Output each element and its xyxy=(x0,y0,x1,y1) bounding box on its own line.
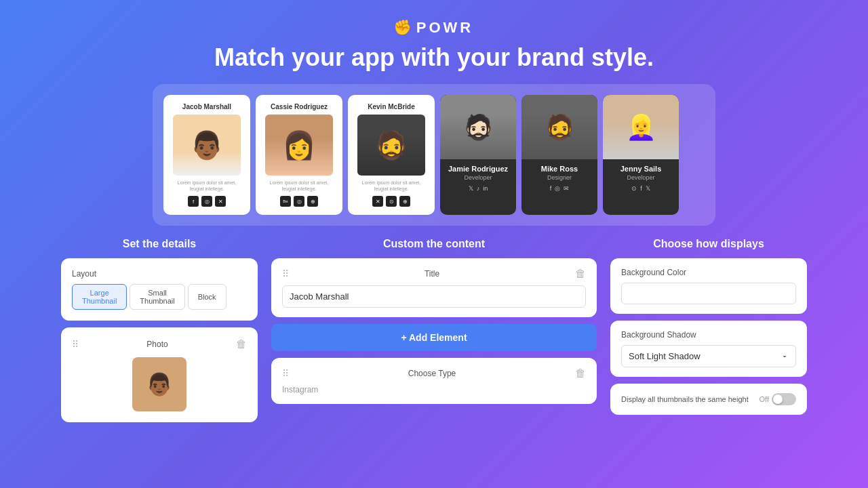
block-btn[interactable]: Block xyxy=(188,284,226,310)
tw-icon: 𝕏 xyxy=(469,185,473,192)
layout-box: Layout LargeThumbnail SmallThumbnail Blo… xyxy=(61,258,258,321)
fb-icon: f xyxy=(188,196,199,207)
card-desc: Lorem ipsum dolor sit amet,feugiat intel… xyxy=(362,180,420,192)
photo-box: ⠿ Photo 🗑 👨🏾 xyxy=(61,327,258,422)
mid-panel: Custom the content ⠿ Title 🗑 + Add Eleme… xyxy=(271,238,597,429)
card-photo: 👩 xyxy=(265,115,333,176)
card-photo: 🧔🏻 xyxy=(440,95,516,159)
left-panel-title: Set the details xyxy=(61,238,258,250)
card-mike: 🧔 Mike Ross Designer f ◎ ✉ xyxy=(521,95,597,215)
tiktok-icon: ♪ xyxy=(477,185,480,192)
card-name: Mike Ross xyxy=(527,165,592,173)
card-info: Mike Ross Designer f ◎ ✉ xyxy=(521,159,597,197)
tw-icon: 𝕏 xyxy=(646,185,650,192)
card-name: Jamie Rodriguez xyxy=(446,165,511,173)
card-icons: Be ◎ ⊕ xyxy=(280,196,318,207)
photo-label: Photo xyxy=(146,340,167,349)
mid-panel-title: Custom the content xyxy=(271,238,597,250)
toggle-track[interactable] xyxy=(772,393,796,405)
choose-type-value: Instagram xyxy=(282,385,586,394)
mail-icon: ✉ xyxy=(564,185,569,192)
bg-shadow-select[interactable]: None Soft Light Shadow Hard Shadow Deep … xyxy=(621,345,796,367)
ig-icon: ◎ xyxy=(555,185,560,192)
rd-icon: ⊕ xyxy=(307,196,318,207)
toggle-switch: Off xyxy=(760,393,796,405)
logo-text: POWR xyxy=(416,19,473,37)
card-photo: 🧔 xyxy=(357,115,425,176)
person-avatar: 👨🏾 xyxy=(173,115,241,176)
card-role: Developer xyxy=(608,174,673,181)
preview-area: Jacob Marshall 👨🏾 Lorem ipsum dolor sit … xyxy=(153,84,715,226)
choose-type-box: ⠿ Choose Type 🗑 Instagram xyxy=(271,358,597,404)
gh-icon: ⊙ xyxy=(631,185,637,192)
drag-handle[interactable]: ⠿ xyxy=(282,368,289,379)
title-box-header: ⠿ Title 🗑 xyxy=(282,268,586,280)
person-avatar: 👩 xyxy=(265,115,333,176)
title-box: ⠿ Title 🗑 xyxy=(271,258,597,317)
card-icons: f ◎ ✕ xyxy=(188,196,226,207)
title-input[interactable] xyxy=(282,285,586,308)
large-thumbnail-btn[interactable]: LargeThumbnail xyxy=(72,284,127,310)
drag-handle[interactable]: ⠿ xyxy=(72,339,79,350)
card-icons: ✕ ⊙ ⊕ xyxy=(372,196,410,207)
tw-icon: ✕ xyxy=(215,196,226,207)
be-icon: Be xyxy=(280,196,291,207)
card-name: Kevin McBride xyxy=(368,103,414,110)
display-height-box: Display all thumbnails the same height O… xyxy=(610,384,807,415)
card-cassie: Cassie Rodriguez 👩 Lorem ipsum dolor sit… xyxy=(256,95,342,215)
delete-icon[interactable]: 🗑 xyxy=(236,338,247,350)
layout-buttons: LargeThumbnail SmallThumbnail Block xyxy=(72,284,247,310)
ig-icon: ◎ xyxy=(294,196,304,207)
logo: ✊ POWR xyxy=(0,19,868,37)
person-avatar: 🧔🏻 xyxy=(440,95,516,159)
small-thumbnail-btn[interactable]: SmallThumbnail xyxy=(130,284,184,310)
card-icons: ⊙ f 𝕏 xyxy=(608,185,673,192)
bottom-sections: Set the details Layout LargeThumbnail Sm… xyxy=(61,238,807,429)
card-photo: 👨🏾 xyxy=(173,115,241,176)
person-avatar: 🧔 xyxy=(521,95,597,159)
tagline: Match your app with your brand style. xyxy=(0,43,868,72)
powr-icon: ✊ xyxy=(395,20,411,36)
rd-icon: ⊕ xyxy=(399,196,410,207)
toggle-row: Display all thumbnails the same height O… xyxy=(621,393,796,405)
photo-preview: 👨🏾 xyxy=(132,357,186,411)
card-jenny: 👱‍♀️ Jenny Sails Developer ⊙ f 𝕏 xyxy=(603,95,679,215)
fb-icon: f xyxy=(640,185,642,192)
card-jacob: Jacob Marshall 👨🏾 Lorem ipsum dolor sit … xyxy=(163,95,250,215)
delete-icon[interactable]: 🗑 xyxy=(575,367,586,380)
ig-icon: ◎ xyxy=(201,196,212,207)
add-element-btn[interactable]: + Add Element xyxy=(271,324,597,351)
card-name: Cassie Rodriguez xyxy=(271,103,328,110)
delete-icon[interactable]: 🗑 xyxy=(575,268,586,280)
drag-handle[interactable]: ⠿ xyxy=(282,268,289,279)
choose-type-header: ⠿ Choose Type 🗑 xyxy=(282,367,586,380)
card-photo: 👱‍♀️ xyxy=(603,95,679,159)
photo-box-header: ⠿ Photo 🗑 xyxy=(72,338,247,350)
card-icons: f ◎ ✉ xyxy=(527,185,592,192)
gh-icon: ⊙ xyxy=(386,196,397,207)
toggle-knob xyxy=(773,394,783,404)
right-panel-title: Choose how displays xyxy=(610,238,807,250)
card-jamie: 🧔🏻 Jamie Rodriguez Developer 𝕏 ♪ in xyxy=(440,95,516,215)
fb-icon: f xyxy=(550,185,552,192)
bg-color-input[interactable] xyxy=(621,283,796,304)
bg-color-box: Background Color xyxy=(610,258,807,314)
card-info: Jamie Rodriguez Developer 𝕏 ♪ in xyxy=(440,159,516,197)
card-role: Designer xyxy=(527,174,592,181)
card-icons: 𝕏 ♪ in xyxy=(446,185,511,192)
card-kevin: Kevin McBride 🧔 Lorem ipsum dolor sit am… xyxy=(348,95,435,215)
bg-color-label: Background Color xyxy=(621,268,796,277)
card-name: Jacob Marshall xyxy=(182,103,231,110)
bg-shadow-box: Background Shadow None Soft Light Shadow… xyxy=(610,321,807,377)
card-photo: 🧔 xyxy=(521,95,597,159)
header: ✊ POWR Match your app with your brand st… xyxy=(0,0,868,84)
card-desc: Lorem ipsum dolor sit amet,feugiat intel… xyxy=(178,180,236,192)
person-avatar: 👱‍♀️ xyxy=(603,95,679,159)
left-panel: Set the details Layout LargeThumbnail Sm… xyxy=(61,238,258,429)
right-panel: Choose how displays Background Color Bac… xyxy=(610,238,807,429)
layout-label: Layout xyxy=(72,269,247,279)
card-info: Jenny Sails Developer ⊙ f 𝕏 xyxy=(603,159,679,197)
toggle-off-text: Off xyxy=(760,395,769,403)
person-avatar: 🧔 xyxy=(357,115,425,176)
title-label: Title xyxy=(425,269,439,279)
